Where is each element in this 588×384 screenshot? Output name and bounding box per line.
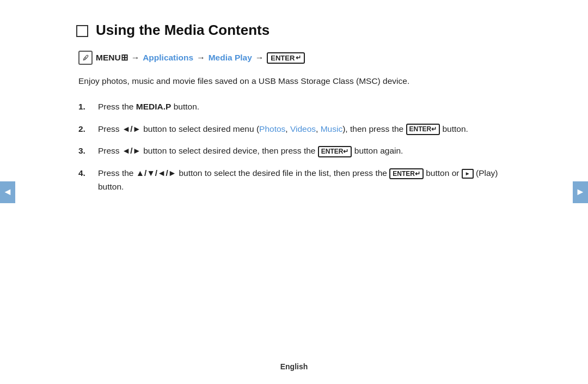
enter-key: ENTER↵ <box>267 52 305 64</box>
enter-arrow-icon: ↵ <box>296 54 301 62</box>
step-3-text-middle: button to select desired device, then pr… <box>141 146 318 155</box>
step-2-enter-arrow: ↵ <box>431 125 437 134</box>
steps-list: 1. Press the MEDIA.P button. 2. Press ◄/… <box>78 100 512 194</box>
step-2: 2. Press ◄/► button to select desired me… <box>78 123 512 136</box>
step-4-number: 4. <box>78 167 89 180</box>
checkbox-icon <box>76 25 88 37</box>
step-1-text-after: button. <box>171 102 199 111</box>
step-3-enter-arrow: ↵ <box>343 147 348 156</box>
step-2-text-middle: button to select desired menu ( <box>141 124 259 133</box>
step-4-text-before: Press the <box>98 168 136 178</box>
step-3-enter-text: ENTER <box>321 147 344 156</box>
step-2-content: Press ◄/► button to select desired menu … <box>98 123 512 136</box>
step-3-dir: ◄/► <box>122 146 141 155</box>
step-2-comma1: , <box>285 124 290 133</box>
step-1-content: Press the MEDIA.P button. <box>98 100 512 114</box>
step-2-dir: ◄/► <box>122 124 141 133</box>
step-2-text-end: button. <box>440 124 468 133</box>
step-1-number: 1. <box>78 100 89 114</box>
step-4-text-middle: button to select the desired file in the… <box>176 168 389 178</box>
nav-next-icon: ► <box>575 186 585 198</box>
play-symbol: ► <box>465 169 470 178</box>
title-row: Using the Media Contents <box>76 22 512 39</box>
step-4: 4. Press the ▲/▼/◄/► button to select th… <box>78 167 512 194</box>
step-4-enter-text: ENTER <box>393 169 415 179</box>
step-3-enter-key: ENTER↵ <box>318 146 352 157</box>
footer-language: English <box>280 362 308 371</box>
page-title: Using the Media Contents <box>96 22 270 39</box>
footer: English <box>0 362 588 371</box>
nav-next-button[interactable]: ► <box>573 181 588 203</box>
step-2-text-after: ), then press the <box>342 124 406 133</box>
step-2-text-before: Press <box>98 124 122 133</box>
menu-label: MENU⊞ <box>96 53 128 63</box>
step-1-bold: MEDIA.P <box>136 102 171 111</box>
step-2-videos: Videos <box>290 124 316 133</box>
menu-text: MENU <box>96 53 121 62</box>
menu-arrow-1: → <box>131 53 140 63</box>
nav-prev-button[interactable]: ◄ <box>0 181 15 203</box>
media-play-link: Media Play <box>209 53 252 63</box>
step-2-music: Music <box>321 124 342 133</box>
menu-path: 🖊 MENU⊞ → Applications → Media Play → EN… <box>78 51 512 65</box>
step-1-text-before: Press the <box>98 102 136 111</box>
step-2-photos: Photos <box>259 124 285 133</box>
menu-icon: 🖊 <box>78 51 93 65</box>
applications-link: Applications <box>143 53 193 63</box>
step-2-number: 2. <box>78 123 89 136</box>
step-2-enter-key: ENTER↵ <box>406 124 440 135</box>
step-3: 3. Press ◄/► button to select desired de… <box>78 144 512 158</box>
step-4-text-after: button or <box>424 168 462 178</box>
nav-prev-icon: ◄ <box>3 186 13 198</box>
step-3-content: Press ◄/► button to select desired devic… <box>98 144 512 158</box>
menu-arrow-2: → <box>197 53 205 63</box>
step-2-comma2: , <box>316 124 321 133</box>
step-4-enter-arrow: ↵ <box>415 169 420 179</box>
page-content: Using the Media Contents 🖊 MENU⊞ → Appli… <box>33 0 555 224</box>
step-3-number: 3. <box>78 144 89 158</box>
menu-grid-icon: ⊞ <box>121 53 128 62</box>
step-4-content: Press the ▲/▼/◄/► button to select the d… <box>98 167 512 194</box>
step-4-enter-key: ENTER↵ <box>389 168 424 180</box>
step-1: 1. Press the MEDIA.P button. <box>78 100 512 114</box>
enter-text: ENTER <box>271 54 295 62</box>
step-3-text-after: button again. <box>352 146 403 155</box>
step-3-text-before: Press <box>98 146 122 155</box>
play-button-icon: ► <box>462 169 474 179</box>
menu-arrow-3: → <box>255 53 264 63</box>
description-text: Enjoy photos, music and movie files save… <box>78 75 512 88</box>
step-4-dir: ▲/▼/◄/► <box>136 168 176 178</box>
step-2-enter-text: ENTER <box>409 125 432 134</box>
